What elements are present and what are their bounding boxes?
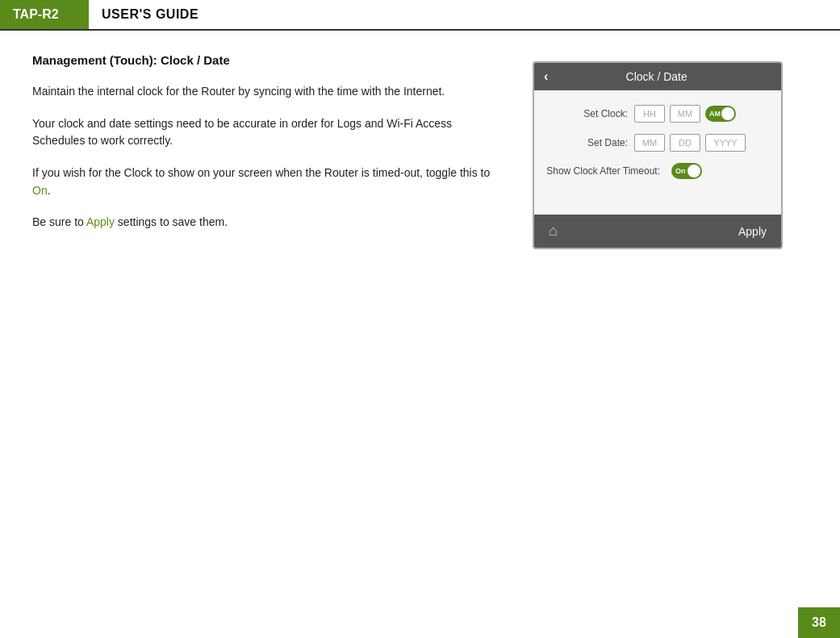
am-pm-toggle[interactable]: AM — [705, 106, 736, 122]
show-clock-knob — [687, 165, 700, 177]
show-clock-toggle-group: On — [671, 163, 702, 179]
paragraph-4: Be sure to Apply settings to save them. — [32, 214, 500, 231]
apply-button[interactable]: Apply — [738, 225, 767, 238]
set-date-label: Set Date: — [545, 137, 634, 148]
day-input[interactable]: DD — [670, 134, 700, 152]
device-body: Set Clock: HH MM AM Set Date: MM — [534, 90, 781, 215]
main-content: Management (Touch): Clock / Date Maintai… — [0, 31, 840, 265]
set-date-inputs: MM DD YYYY — [634, 134, 746, 152]
brand-label: TAP-R2 — [0, 0, 89, 29]
paragraph-2: Your clock and date settings need to be … — [32, 115, 500, 150]
show-clock-label: Show Clock After Timeout: — [545, 165, 667, 177]
minutes-input[interactable]: MM — [670, 105, 700, 123]
body-spacer — [545, 190, 770, 203]
set-date-row: Set Date: MM DD YYYY — [545, 134, 770, 152]
guide-title: USER'S GUIDE — [89, 0, 211, 29]
page-heading: Management (Touch): Clock / Date — [32, 53, 500, 67]
device-mockup-section: ‹ Clock / Date Set Clock: HH MM AM — [533, 53, 783, 249]
hours-input[interactable]: HH — [634, 105, 665, 123]
device-frame: ‹ Clock / Date Set Clock: HH MM AM — [533, 61, 783, 249]
show-clock-row: Show Clock After Timeout: On — [545, 163, 770, 179]
paragraph-1: Maintain the internal clock for the Rout… — [32, 83, 500, 101]
paragraph-3: If you wish for the Clock to show on you… — [32, 165, 500, 199]
text-section: Management (Touch): Clock / Date Maintai… — [32, 53, 500, 249]
set-clock-row: Set Clock: HH MM AM — [545, 105, 770, 123]
show-clock-toggle[interactable]: On — [671, 163, 702, 179]
device-footer: ⌂ Apply — [534, 215, 781, 248]
device-header: ‹ Clock / Date — [534, 63, 781, 90]
back-arrow-icon[interactable]: ‹ — [544, 69, 548, 84]
page-number: 38 — [798, 607, 840, 638]
device-screen-title: Clock / Date — [558, 70, 755, 83]
show-clock-toggle-label: On — [675, 167, 686, 175]
page-header: TAP-R2 USER'S GUIDE — [0, 0, 840, 31]
set-clock-inputs: HH MM AM — [634, 105, 736, 123]
set-clock-label: Set Clock: — [545, 108, 634, 119]
year-input[interactable]: YYYY — [705, 134, 746, 152]
month-input[interactable]: MM — [634, 134, 665, 152]
on-highlight: On — [32, 184, 48, 197]
toggle-knob — [721, 107, 734, 120]
home-icon[interactable]: ⌂ — [549, 223, 558, 240]
apply-highlight: Apply — [86, 215, 115, 228]
am-pm-label: AM — [709, 110, 721, 118]
